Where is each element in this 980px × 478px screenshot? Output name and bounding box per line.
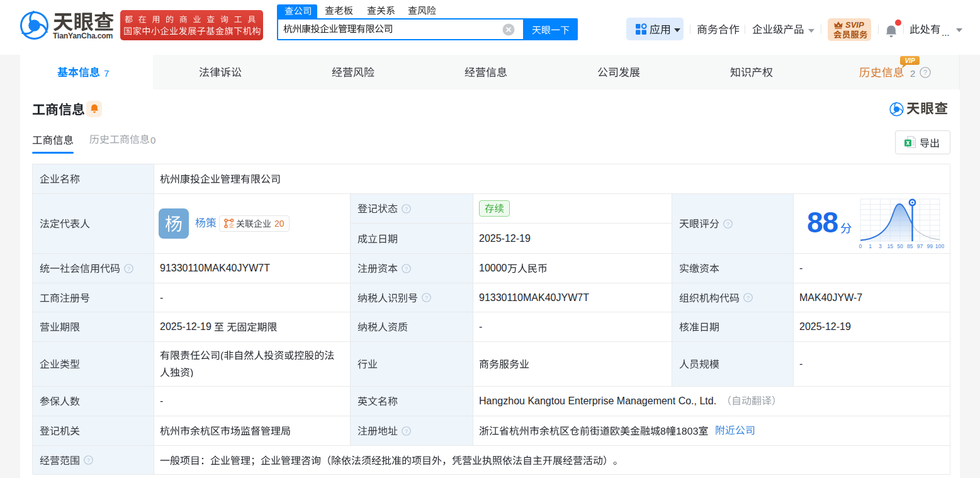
svg-text:3: 3 — [879, 243, 882, 249]
svg-text:50: 50 — [897, 243, 903, 249]
svg-text:15: 15 — [887, 243, 893, 249]
svg-text:?: ? — [923, 69, 927, 76]
svg-text:99: 99 — [926, 243, 933, 249]
svg-text:?: ? — [87, 457, 90, 464]
svg-text:1: 1 — [869, 243, 872, 249]
svg-text:?: ? — [405, 265, 408, 271]
svg-text:0: 0 — [859, 243, 862, 249]
svg-text:?: ? — [746, 295, 750, 301]
svg-text:?: ? — [726, 220, 729, 227]
svg-text:?: ? — [425, 295, 428, 301]
svg-text:VIP: VIP — [904, 57, 915, 64]
svg-text:85: 85 — [907, 243, 913, 249]
svg-text:?: ? — [405, 428, 408, 434]
svg-text:100: 100 — [935, 243, 944, 249]
svg-text:97: 97 — [917, 243, 923, 249]
svg-text:?: ? — [405, 205, 408, 212]
svg-text:?: ? — [127, 265, 130, 271]
